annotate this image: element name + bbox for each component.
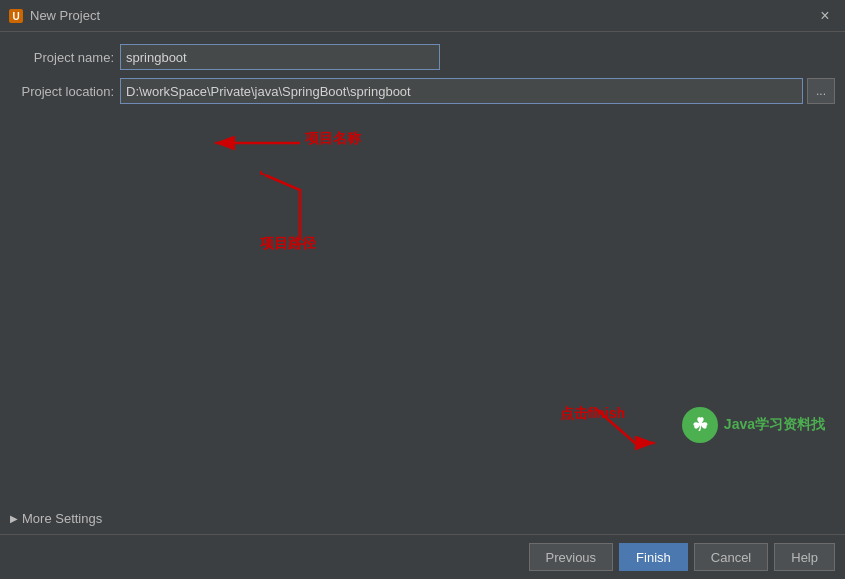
finish-annotation: 点击finish bbox=[560, 405, 625, 423]
dialog-body: Project name: Project location: ... 项目名称… bbox=[0, 32, 845, 579]
project-location-input[interactable] bbox=[120, 78, 803, 104]
main-content-area: 项目名称 项目路径 点击finish bbox=[0, 120, 845, 503]
title-bar: U New Project × bbox=[0, 0, 845, 32]
browse-button[interactable]: ... bbox=[807, 78, 835, 104]
window-title: New Project bbox=[30, 8, 813, 23]
close-button[interactable]: × bbox=[813, 4, 837, 28]
more-settings-triangle-icon: ▶ bbox=[10, 513, 18, 524]
form-area: Project name: Project location: ... bbox=[0, 32, 845, 120]
project-path-arrow bbox=[260, 170, 340, 250]
footer: Previous Finish Cancel Help bbox=[0, 534, 845, 579]
project-location-row: Project location: ... bbox=[10, 78, 835, 104]
finish-button[interactable]: Finish bbox=[619, 543, 688, 571]
project-location-label: Project location: bbox=[10, 84, 120, 99]
previous-button[interactable]: Previous bbox=[529, 543, 614, 571]
project-path-annotation: 项目路径 bbox=[260, 235, 316, 253]
more-settings-label: More Settings bbox=[22, 511, 102, 526]
finish-arrow bbox=[585, 403, 665, 463]
app-icon: U bbox=[8, 8, 24, 24]
project-name-label: Project name: bbox=[10, 50, 120, 65]
project-name-arrow bbox=[205, 125, 305, 165]
more-settings-row[interactable]: ▶ More Settings bbox=[0, 503, 845, 534]
watermark-text: Java学习资料找 bbox=[724, 416, 825, 434]
project-name-annotation: 项目名称 bbox=[305, 130, 361, 148]
project-name-row: Project name: bbox=[10, 44, 835, 70]
help-button[interactable]: Help bbox=[774, 543, 835, 571]
cancel-button[interactable]: Cancel bbox=[694, 543, 768, 571]
svg-text:U: U bbox=[12, 11, 19, 22]
watermark-icon: ☘ bbox=[682, 407, 718, 443]
watermark: ☘ Java学习资料找 bbox=[682, 407, 825, 443]
project-name-input[interactable] bbox=[120, 44, 440, 70]
